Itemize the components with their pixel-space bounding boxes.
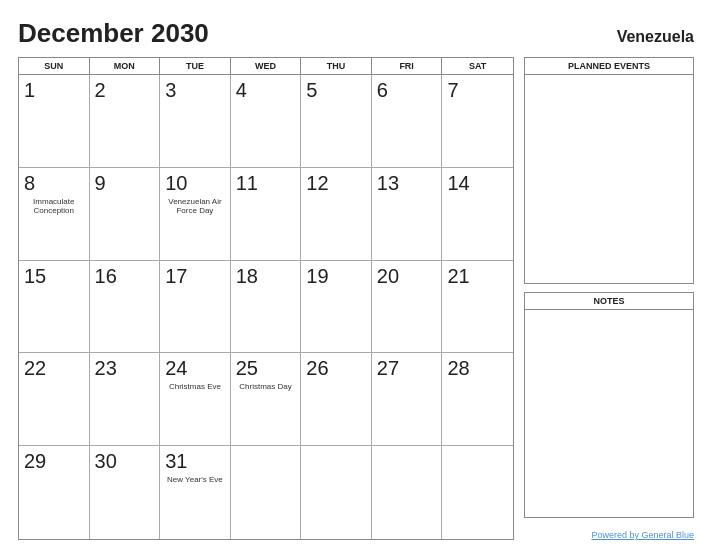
powered-by-link[interactable]: Powered by General Blue [591,530,694,540]
day-number: 4 [236,78,247,102]
day-cell: 25Christmas Day [231,353,302,446]
day-number: 3 [165,78,176,102]
header: December 2030 Venezuela [18,18,694,49]
day-cell: 19 [301,261,372,354]
powered-by: Powered by General Blue [524,530,694,540]
day-header-fri: FRI [372,58,443,74]
day-cell: 21 [442,261,513,354]
notes-box: NOTES [524,292,694,519]
day-header-wed: WED [231,58,302,74]
day-cell [442,446,513,539]
event-label: Christmas Day [236,382,296,392]
day-cell: 5 [301,75,372,168]
day-cell: 20 [372,261,443,354]
day-number: 11 [236,171,258,195]
day-cell: 7 [442,75,513,168]
planned-events-title: PLANNED EVENTS [525,58,693,75]
day-cell: 9 [90,168,161,261]
day-cell: 1 [19,75,90,168]
day-cell: 15 [19,261,90,354]
main-content: SUNMONTUEWEDTHUFRISAT 12345678Immaculate… [18,57,694,540]
day-number: 25 [236,356,258,380]
day-cell: 28 [442,353,513,446]
day-number: 20 [377,264,399,288]
day-number: 8 [24,171,35,195]
day-cell: 3 [160,75,231,168]
event-label: New Year's Eve [165,475,225,485]
day-header-sat: SAT [442,58,513,74]
day-number: 2 [95,78,106,102]
notes-content[interactable] [525,310,693,518]
day-number: 10 [165,171,187,195]
day-cell: 16 [90,261,161,354]
page-title: December 2030 [18,18,209,49]
day-header-tue: TUE [160,58,231,74]
day-number: 22 [24,356,46,380]
day-number: 27 [377,356,399,380]
day-number: 18 [236,264,258,288]
planned-events-box: PLANNED EVENTS [524,57,694,284]
day-cell: 31New Year's Eve [160,446,231,539]
day-cell: 6 [372,75,443,168]
day-header-thu: THU [301,58,372,74]
day-cell: 4 [231,75,302,168]
day-number: 19 [306,264,328,288]
country-label: Venezuela [617,28,694,46]
day-number: 28 [447,356,469,380]
day-number: 1 [24,78,35,102]
event-label: Christmas Eve [165,382,225,392]
event-label: Immaculate Conception [24,197,84,216]
planned-events-content [525,75,693,283]
day-number: 21 [447,264,469,288]
day-cell: 26 [301,353,372,446]
day-number: 26 [306,356,328,380]
day-number: 13 [377,171,399,195]
day-headers: SUNMONTUEWEDTHUFRISAT [19,58,513,75]
day-cell: 29 [19,446,90,539]
day-number: 6 [377,78,388,102]
day-number: 15 [24,264,46,288]
day-cell: 13 [372,168,443,261]
day-cell: 14 [442,168,513,261]
day-header-sun: SUN [19,58,90,74]
day-cell [231,446,302,539]
day-number: 17 [165,264,187,288]
day-cell: 2 [90,75,161,168]
day-number: 29 [24,449,46,473]
day-header-mon: MON [90,58,161,74]
day-cell: 8Immaculate Conception [19,168,90,261]
day-cell [301,446,372,539]
calendar-grid: 12345678Immaculate Conception910Venezuel… [19,75,513,539]
day-number: 14 [447,171,469,195]
day-cell: 24Christmas Eve [160,353,231,446]
day-cell: 12 [301,168,372,261]
day-cell: 27 [372,353,443,446]
day-number: 16 [95,264,117,288]
day-number: 31 [165,449,187,473]
day-cell: 22 [19,353,90,446]
event-label: Venezuelan Air Force Day [165,197,225,216]
day-number: 24 [165,356,187,380]
calendar: SUNMONTUEWEDTHUFRISAT 12345678Immaculate… [18,57,514,540]
day-cell: 11 [231,168,302,261]
day-number: 12 [306,171,328,195]
day-cell: 23 [90,353,161,446]
sidebar: PLANNED EVENTS NOTES Powered by General … [524,57,694,540]
notes-title: NOTES [525,293,693,310]
day-number: 23 [95,356,117,380]
page: December 2030 Venezuela SUNMONTUEWEDTHUF… [0,0,712,550]
day-number: 30 [95,449,117,473]
day-number: 9 [95,171,106,195]
day-cell [372,446,443,539]
day-number: 5 [306,78,317,102]
day-cell: 18 [231,261,302,354]
day-number: 7 [447,78,458,102]
day-cell: 10Venezuelan Air Force Day [160,168,231,261]
day-cell: 17 [160,261,231,354]
day-cell: 30 [90,446,161,539]
